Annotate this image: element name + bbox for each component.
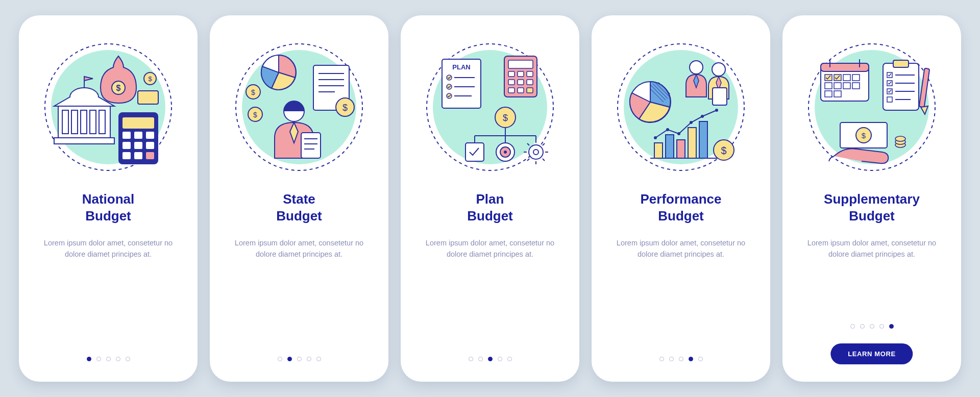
clipboard-check-icon — [883, 60, 919, 110]
dot-4[interactable] — [116, 357, 120, 361]
svg-rect-59 — [518, 71, 524, 77]
illustration-plan: PLAN — [424, 41, 556, 173]
dot-5[interactable] — [126, 357, 130, 361]
svg-rect-10 — [71, 110, 78, 134]
dot-2[interactable] — [669, 357, 674, 361]
dot-3[interactable] — [679, 357, 683, 361]
screen-description: Lorem ipsum dolor amet, consetetur no do… — [615, 237, 747, 260]
onboarding-screen-performance: $ Performance Budget Lorem ipsum dolor a… — [592, 15, 770, 382]
dot-3[interactable] — [870, 324, 874, 329]
svg-rect-61 — [508, 80, 514, 85]
svg-text:$: $ — [862, 131, 866, 140]
supplementary-budget-illustration: $ — [805, 41, 938, 173]
pie-chart-icon — [630, 82, 671, 122]
dot-4[interactable] — [307, 357, 311, 361]
svg-rect-9 — [62, 110, 68, 134]
screen-title: Plan Budget — [467, 191, 513, 224]
onboarding-screen-plan: PLAN — [401, 15, 579, 382]
svg-rect-122 — [825, 91, 832, 97]
svg-rect-125 — [893, 60, 909, 67]
screen-title: State Budget — [276, 191, 322, 224]
calculator-icon — [118, 112, 158, 164]
learn-more-button[interactable]: LEARN MORE — [830, 343, 913, 364]
svg-text:$: $ — [251, 88, 255, 96]
svg-rect-27 — [146, 152, 154, 159]
svg-point-105 — [701, 115, 704, 118]
pagination-dots — [210, 357, 388, 361]
dot-4[interactable] — [879, 324, 884, 329]
dot-3[interactable] — [297, 357, 302, 361]
dot-1[interactable] — [469, 357, 473, 361]
svg-rect-123 — [834, 91, 841, 97]
svg-text:$: $ — [148, 75, 152, 83]
onboarding-screen-national: $ $ — [19, 15, 198, 382]
svg-rect-4 — [138, 91, 158, 104]
svg-rect-124 — [883, 63, 919, 110]
svg-rect-94 — [713, 88, 727, 105]
svg-rect-120 — [843, 83, 850, 89]
svg-rect-100 — [699, 121, 707, 158]
screen-title: Performance Budget — [641, 191, 722, 224]
pagination-dots — [592, 357, 770, 361]
svg-text:$: $ — [503, 113, 508, 123]
svg-rect-21 — [146, 132, 154, 139]
svg-rect-60 — [527, 71, 533, 77]
svg-rect-64 — [508, 88, 514, 93]
svg-point-101 — [654, 136, 657, 139]
screen-title: National Budget — [82, 191, 135, 224]
svg-rect-19 — [122, 132, 131, 139]
svg-rect-18 — [122, 117, 154, 129]
svg-rect-12 — [90, 110, 96, 134]
svg-rect-99 — [688, 128, 696, 158]
dot-2[interactable] — [287, 357, 292, 361]
plan-sheet-icon: PLAN — [442, 59, 481, 108]
dot-2[interactable] — [478, 357, 483, 361]
dot-5[interactable] — [698, 357, 703, 361]
svg-point-92 — [712, 63, 725, 76]
dot-3[interactable] — [106, 357, 111, 361]
calculator-icon — [504, 56, 537, 97]
svg-rect-96 — [654, 143, 663, 158]
svg-text:$: $ — [116, 84, 121, 92]
screen-description: Lorem ipsum dolor amet, consetetur no do… — [805, 237, 938, 260]
pagination-dots — [19, 357, 198, 361]
illustration-performance: $ — [615, 41, 747, 173]
svg-rect-20 — [134, 132, 142, 139]
svg-rect-24 — [146, 142, 154, 149]
national-budget-illustration: $ $ — [42, 41, 175, 173]
dot-1[interactable] — [850, 324, 855, 329]
svg-point-103 — [677, 132, 680, 135]
dot-1[interactable] — [659, 357, 664, 361]
dot-2[interactable] — [860, 324, 865, 329]
dot-4[interactable] — [689, 357, 693, 361]
dot-4[interactable] — [498, 357, 502, 361]
svg-rect-13 — [99, 110, 105, 134]
illustration-supplementary: $ — [805, 41, 938, 173]
dot-1[interactable] — [87, 357, 91, 361]
dot-3[interactable] — [488, 357, 493, 361]
dot-5[interactable] — [889, 324, 894, 329]
svg-rect-121 — [852, 83, 860, 89]
svg-rect-66 — [527, 88, 533, 93]
dot-2[interactable] — [96, 357, 101, 361]
svg-point-104 — [690, 121, 693, 124]
svg-rect-119 — [834, 83, 841, 89]
svg-rect-97 — [666, 135, 674, 158]
svg-line-86 — [527, 159, 529, 161]
dot-5[interactable] — [316, 357, 321, 361]
svg-rect-116 — [843, 75, 850, 81]
svg-line-85 — [543, 143, 545, 145]
svg-rect-117 — [852, 75, 860, 81]
svg-rect-65 — [518, 88, 524, 93]
onboarding-screen-supplementary: $ Supplementary Budget Lorem ipsum dolor… — [782, 15, 961, 382]
svg-rect-98 — [677, 140, 685, 158]
svg-text:$: $ — [342, 103, 348, 113]
svg-rect-22 — [122, 142, 131, 149]
svg-point-76 — [504, 151, 507, 154]
dot-1[interactable] — [278, 357, 282, 361]
dot-5[interactable] — [507, 357, 512, 361]
svg-rect-118 — [825, 83, 832, 89]
svg-text:$: $ — [253, 111, 257, 119]
svg-point-102 — [666, 128, 669, 131]
gear-icon — [524, 140, 548, 164]
